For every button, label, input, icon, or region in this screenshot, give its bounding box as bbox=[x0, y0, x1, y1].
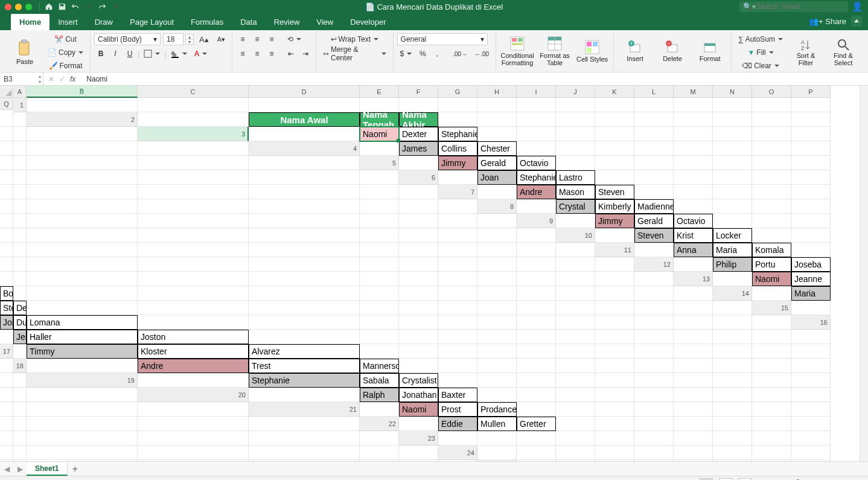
data-cell[interactable]: Anna bbox=[674, 243, 713, 257]
increase-font-icon[interactable]: A▴ bbox=[196, 33, 212, 45]
col-header-G[interactable]: G bbox=[438, 86, 477, 98]
empty-cell[interactable] bbox=[674, 127, 713, 141]
empty-cell[interactable] bbox=[674, 257, 713, 272]
percent-button[interactable]: % bbox=[416, 48, 429, 60]
empty-cell[interactable] bbox=[138, 141, 249, 156]
empty-cell[interactable] bbox=[13, 272, 27, 286]
data-cell[interactable]: Stephanie bbox=[249, 373, 360, 388]
empty-cell[interactable] bbox=[477, 112, 517, 127]
data-cell[interactable]: Joston bbox=[138, 330, 249, 344]
empty-cell[interactable] bbox=[249, 315, 360, 330]
empty-cell[interactable] bbox=[556, 359, 595, 373]
empty-cell[interactable] bbox=[556, 141, 595, 156]
empty-cell[interactable] bbox=[595, 359, 634, 373]
empty-cell[interactable] bbox=[595, 446, 634, 460]
data-cell[interactable]: Sabala bbox=[360, 373, 399, 388]
empty-cell[interactable] bbox=[0, 359, 13, 373]
empty-cell[interactable] bbox=[438, 301, 477, 315]
empty-cell[interactable] bbox=[27, 185, 138, 199]
empty-cell[interactable] bbox=[634, 460, 674, 461]
empty-cell[interactable] bbox=[138, 170, 249, 185]
row-header-18[interactable]: 18 bbox=[13, 359, 27, 373]
empty-cell[interactable] bbox=[477, 214, 517, 228]
empty-cell[interactable] bbox=[791, 156, 831, 170]
empty-cell[interactable] bbox=[138, 402, 249, 417]
col-header-D[interactable]: D bbox=[249, 86, 360, 98]
table-header[interactable]: Nama Akhir bbox=[399, 112, 438, 127]
data-cell[interactable]: Octavio bbox=[517, 156, 556, 170]
empty-cell[interactable] bbox=[791, 98, 831, 112]
col-header-P[interactable]: P bbox=[791, 86, 831, 98]
borders-button[interactable] bbox=[141, 48, 163, 60]
empty-cell[interactable] bbox=[138, 301, 249, 315]
data-cell[interactable]: James bbox=[399, 141, 438, 156]
copy-button[interactable]: 📄Copy bbox=[45, 46, 86, 59]
empty-cell[interactable] bbox=[517, 373, 556, 388]
save-icon[interactable] bbox=[56, 0, 69, 13]
empty-cell[interactable] bbox=[713, 344, 752, 359]
data-cell[interactable]: Jimmy bbox=[595, 214, 634, 228]
empty-cell[interactable] bbox=[791, 402, 831, 417]
empty-cell[interactable] bbox=[438, 228, 477, 243]
empty-cell[interactable] bbox=[752, 402, 791, 417]
row-header-24[interactable]: 24 bbox=[438, 446, 477, 460]
fill-color-button[interactable] bbox=[168, 48, 190, 60]
empty-cell[interactable] bbox=[477, 373, 517, 388]
empty-cell[interactable] bbox=[791, 243, 831, 257]
empty-cell[interactable] bbox=[477, 344, 517, 359]
empty-cell[interactable] bbox=[674, 330, 713, 344]
empty-cell[interactable] bbox=[752, 431, 791, 446]
row-header-21[interactable]: 21 bbox=[249, 402, 360, 417]
close-icon[interactable] bbox=[5, 4, 11, 10]
empty-cell[interactable] bbox=[138, 286, 249, 301]
empty-cell[interactable] bbox=[360, 446, 399, 460]
empty-cell[interactable] bbox=[438, 315, 477, 330]
empty-cell[interactable] bbox=[713, 214, 752, 228]
empty-cell[interactable] bbox=[595, 228, 634, 243]
empty-cell[interactable] bbox=[360, 402, 399, 417]
empty-cell[interactable] bbox=[674, 141, 713, 156]
font-size-stepper[interactable]: ▴▾ bbox=[185, 34, 194, 45]
empty-cell[interactable] bbox=[399, 214, 438, 228]
empty-cell[interactable] bbox=[0, 170, 13, 185]
empty-cell[interactable] bbox=[477, 446, 517, 460]
empty-cell[interactable] bbox=[595, 127, 634, 141]
empty-cell[interactable] bbox=[27, 98, 138, 112]
empty-cell[interactable] bbox=[791, 460, 831, 461]
empty-cell[interactable] bbox=[477, 388, 517, 402]
row-header-6[interactable]: 6 bbox=[399, 170, 438, 185]
empty-cell[interactable] bbox=[13, 431, 27, 446]
decrease-font-icon[interactable]: A▾ bbox=[214, 33, 228, 45]
empty-cell[interactable] bbox=[595, 315, 634, 330]
wrap-text-button[interactable]: ↩︎Wrap Text bbox=[320, 33, 389, 45]
cancel-formula-icon[interactable]: ✕ bbox=[48, 75, 54, 83]
empty-cell[interactable] bbox=[360, 272, 399, 286]
data-cell[interactable]: Madienne bbox=[634, 199, 674, 214]
empty-cell[interactable] bbox=[13, 112, 27, 127]
empty-cell[interactable] bbox=[517, 286, 556, 301]
empty-cell[interactable] bbox=[752, 330, 791, 344]
comma-button[interactable]: , bbox=[430, 48, 444, 60]
empty-cell[interactable] bbox=[0, 228, 13, 243]
empty-cell[interactable] bbox=[438, 286, 477, 301]
data-cell[interactable]: Komala bbox=[752, 243, 791, 257]
col-header-I[interactable]: I bbox=[517, 86, 556, 98]
empty-cell[interactable] bbox=[360, 286, 399, 301]
empty-cell[interactable] bbox=[674, 344, 713, 359]
data-cell[interactable]: Prost bbox=[438, 402, 477, 417]
empty-cell[interactable] bbox=[634, 112, 674, 127]
empty-cell[interactable] bbox=[791, 446, 831, 460]
empty-cell[interactable] bbox=[791, 359, 831, 373]
col-header-O[interactable]: O bbox=[752, 86, 791, 98]
data-cell[interactable]: Maria bbox=[791, 286, 831, 301]
row-header-11[interactable]: 11 bbox=[595, 243, 634, 257]
decrease-decimal-icon[interactable]: ←.00 bbox=[471, 48, 492, 60]
row-header-19[interactable]: 19 bbox=[27, 373, 138, 388]
redo-dropdown[interactable] bbox=[109, 0, 122, 13]
empty-cell[interactable] bbox=[713, 373, 752, 388]
data-cell[interactable]: Kloster bbox=[138, 344, 249, 359]
empty-cell[interactable] bbox=[556, 112, 595, 127]
empty-cell[interactable] bbox=[438, 460, 477, 461]
empty-cell[interactable] bbox=[0, 127, 13, 141]
empty-cell[interactable] bbox=[13, 446, 27, 460]
